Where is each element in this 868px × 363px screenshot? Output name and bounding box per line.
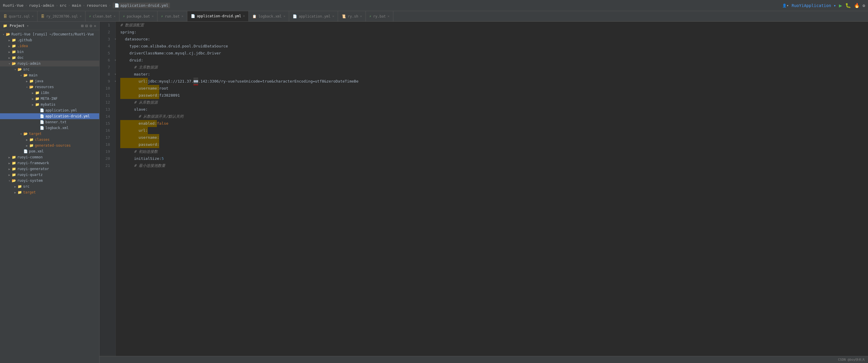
tab-close-ry-sh[interactable]: ✕: [360, 14, 362, 18]
tab-application-yml[interactable]: 📄 application.yml ✕: [289, 11, 338, 22]
tree-item-java[interactable]: ▶ 📁 java: [0, 78, 99, 84]
tab-ry-sh[interactable]: 📜 ry.sh ✕: [338, 11, 366, 22]
tree-item-bin[interactable]: ▶ 📁 bin: [0, 49, 99, 55]
tree-item-main[interactable]: ▾ 📂 main: [0, 72, 99, 78]
code-area[interactable]: # 数据源配置 spring: ▾ datasource: type: com.…: [116, 22, 868, 356]
tree-item-ruoyi-admin[interactable]: ▾ 📂 ruoyi-admin: [0, 61, 99, 66]
tab-label-application-druid: application-druid.yml: [197, 14, 242, 18]
yaml-tab-icon-1: 📄: [191, 14, 195, 18]
txt-icon: 📄: [40, 120, 44, 124]
line-num-7: 7: [99, 64, 113, 71]
code-line-8: ▾ master:: [120, 71, 868, 78]
line-num-16: 16: [99, 127, 113, 134]
tree-item-logback-xml[interactable]: ▶ 📄 logback.xml: [0, 125, 99, 131]
tab-clean-bat[interactable]: ⚡ clean.bat ✕: [86, 11, 119, 22]
settings-button[interactable]: ⚙: [863, 3, 865, 8]
tree-item-ruoyi-common[interactable]: ▶ 📁 ruoyi-common: [0, 154, 99, 160]
tree-item-pom-xml[interactable]: ▶ 📄 pom.xml: [0, 148, 99, 154]
tree-arrow-ruoyi-admin: ▾: [7, 62, 12, 65]
tree-label-resources: resources: [35, 85, 54, 89]
tab-close-package-bat[interactable]: ✕: [152, 14, 154, 18]
tree-item-target[interactable]: ▾ 📂 target: [0, 131, 99, 137]
code-line-10: username: root: [120, 85, 868, 92]
sidebar-tool-expand-all[interactable]: ⊞: [81, 23, 84, 28]
tree-item-ruoyi-generator[interactable]: ▶ 📁 ruoyi-generator: [0, 166, 99, 172]
tab-close-ry-sql[interactable]: ✕: [80, 14, 82, 18]
breadcrumb-file[interactable]: 📄application-druid.yml: [113, 3, 170, 8]
folder-icon-i18n: 📁: [35, 91, 39, 95]
tab-close-run-bat[interactable]: ✕: [181, 14, 184, 18]
tree-label-target: target: [29, 132, 41, 136]
line-num-8: 8: [99, 71, 113, 78]
breadcrumb: RuoYi-Vue › ruoyi-admin › src › main › r…: [3, 3, 782, 8]
folder-open-icon-main: 📂: [23, 73, 28, 77]
sidebar-tool-settings[interactable]: ⚙: [90, 23, 92, 28]
tree-item-banner-txt[interactable]: ▶ 📄 banner.txt: [0, 119, 99, 125]
breadcrumb-resources[interactable]: resources: [87, 3, 107, 8]
code-text-19: # 初始连接数: [120, 148, 158, 155]
tree-item-resources[interactable]: ▾ 📂 resources: [0, 84, 99, 90]
tree-item-ruoyi-system-src[interactable]: ▶ 📁 src: [0, 184, 99, 189]
tab-close-application-yml[interactable]: ✕: [332, 14, 334, 18]
tab-quartz-sql[interactable]: 🗄 quartz.sql ✕: [0, 11, 37, 22]
tree-item-mybatis[interactable]: ▶ 📁 mybatis: [0, 101, 99, 108]
tree-item-src[interactable]: ▾ 📂 src: [0, 66, 99, 72]
tree-item-idea[interactable]: ▶ 📁 .idea: [0, 43, 99, 49]
code-text-2: spring:: [120, 29, 136, 36]
tab-package-bat[interactable]: ⚡ package.bat ✕: [119, 11, 157, 22]
breadcrumb-main[interactable]: main: [72, 3, 81, 8]
tab-close-quartz-sql[interactable]: ✕: [32, 14, 34, 18]
code-text-13: slave:: [120, 106, 148, 113]
line-num-19: 19: [99, 148, 113, 155]
tab-ry-sql[interactable]: 🗄 ry_20230706.sql ✕: [37, 11, 86, 22]
tree-arrow-ruoyi-common: ▶: [7, 156, 12, 159]
tree-arrow-mybatis: ▶: [30, 103, 35, 106]
tree-item-ruoyi-quartz[interactable]: ▶ 📁 ruoyi-quartz: [0, 172, 99, 178]
tab-ry-bat[interactable]: ⚡ ry.bat ✕: [366, 11, 393, 22]
run-button[interactable]: ▶: [839, 2, 842, 8]
editor: 1 2 3 4 5 6 7 8 9 10 11 12 13 14 15 16 1…: [99, 22, 868, 363]
tree-item-application-yml[interactable]: ▶ 📄 application.yml: [0, 108, 99, 113]
code-text-9c: ■■: [193, 78, 198, 85]
tree-item-i18n[interactable]: ▶ 📁 i18n: [0, 90, 99, 96]
tree-item-meta-inf[interactable]: ▶ 📁 META-INF: [0, 96, 99, 101]
tab-close-ry-bat[interactable]: ✕: [388, 14, 390, 18]
tree-item-application-druid[interactable]: ▶ 📄 application-druid.yml: [0, 113, 99, 119]
tab-close-logback-xml[interactable]: ✕: [283, 14, 285, 18]
xml-icon-logback: 📄: [40, 126, 44, 130]
breadcrumb-ruoyi-vue[interactable]: RuoYi-Vue: [3, 3, 23, 8]
tree-item-root[interactable]: ▾ 📂 RuoYi-Vue [ruoyi] ~/Documents/RuoYi-…: [0, 31, 99, 37]
tree-item-ruoyi-system[interactable]: ▾ 📂 ruoyi-system: [0, 178, 99, 184]
tab-application-druid[interactable]: 📄 application-druid.yml ✕: [187, 11, 249, 22]
code-text-6: druid:: [120, 57, 143, 64]
run-config-selector[interactable]: RuoYiApplication ▾: [792, 3, 836, 8]
tree-arrow-src: ▾: [13, 68, 18, 71]
breadcrumb-sep-5: ›: [109, 3, 111, 7]
tree-item-generated-sources[interactable]: ▶ 📁 generated-sources: [0, 143, 99, 148]
tree-arrow-main: ▾: [19, 74, 23, 77]
gutter-8: ▾: [115, 71, 117, 78]
tree-label-ruoyi-system-src: src: [23, 184, 30, 188]
sidebar-tool-collapse[interactable]: ⊟: [86, 23, 88, 28]
sidebar-title: Project: [10, 24, 25, 28]
tab-close-application-druid[interactable]: ✕: [243, 14, 245, 18]
breadcrumb-ruoyi-admin[interactable]: ruoyi-admin: [29, 3, 54, 8]
breadcrumb-src[interactable]: src: [60, 3, 66, 8]
folder-icon-classes: 📁: [29, 138, 34, 142]
tree-arrow-ruoyi-system: ▾: [7, 179, 12, 182]
tab-close-clean-bat[interactable]: ✕: [114, 14, 116, 18]
tree-item-github[interactable]: ▶ 📁 .github: [0, 37, 99, 43]
tree-item-classes[interactable]: ▶ 📁 classes: [0, 137, 99, 143]
tab-run-bat[interactable]: ⚡ run.bat ✕: [157, 11, 187, 22]
profile-button[interactable]: 🔥: [854, 3, 860, 8]
tree-item-doc[interactable]: ▶ 📁 doc: [0, 55, 99, 61]
main-layout: 📁 Project ▾ ⊞ ⊟ ⚙ ✕ ▾ 📂 RuoYi-Vue [ruoyi…: [0, 22, 868, 363]
folder-icon-meta-inf: 📁: [35, 97, 39, 101]
editor-content[interactable]: 1 2 3 4 5 6 7 8 9 10 11 12 13 14 15 16 1…: [99, 22, 868, 356]
debug-button[interactable]: 🐛: [845, 3, 851, 8]
tree-arrow-target: ▾: [19, 132, 23, 135]
sidebar-tool-close[interactable]: ✕: [94, 23, 96, 28]
tree-item-ruoyi-system-target[interactable]: ▶ 📁 target: [0, 189, 99, 195]
tree-item-ruoyi-framework[interactable]: ▶ 📁 ruoyi-framework: [0, 160, 99, 166]
tab-logback-xml[interactable]: 📋 logback.xml ✕: [249, 11, 289, 22]
